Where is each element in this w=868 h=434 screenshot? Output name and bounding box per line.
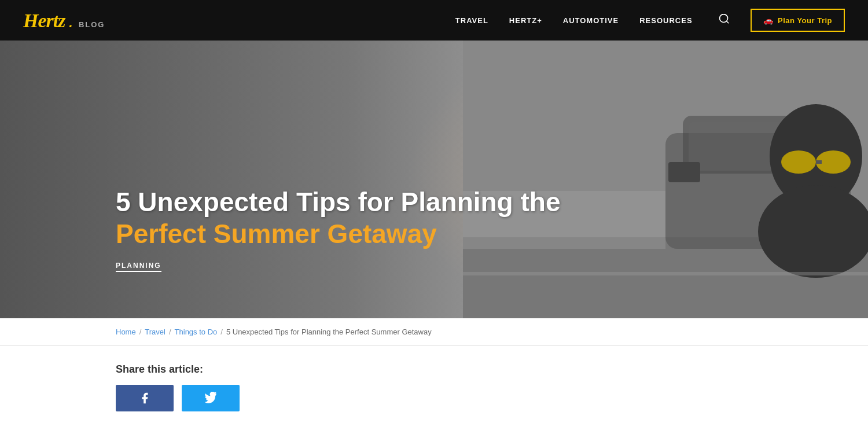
nav-travel[interactable]: TRAVEL	[455, 16, 488, 25]
hero-category-tag[interactable]: PLANNING	[116, 262, 161, 272]
twitter-icon	[204, 392, 217, 404]
hero-title-white: 5 Unexpected Tips for Planning the	[116, 186, 561, 218]
svg-point-7	[781, 150, 816, 174]
facebook-icon	[138, 392, 151, 404]
car-icon: 🚗	[763, 16, 774, 25]
hero-image	[463, 41, 868, 318]
breadcrumb-sep-1: /	[139, 328, 142, 336]
plan-trip-button[interactable]: 🚗 Plan Your Trip	[751, 9, 845, 32]
nav-hertz-plus[interactable]: HERTZ+	[509, 16, 542, 25]
breadcrumb: Home / Travel / Things to Do / 5 Unexpec…	[116, 328, 752, 336]
nav-automotive[interactable]: AUTOMOTIVE	[563, 16, 619, 25]
share-title: Share this article:	[116, 363, 752, 376]
logo-hertz-text: Hertz	[23, 10, 65, 32]
hero-content: 5 Unexpected Tips for Planning the Perfe…	[116, 186, 561, 272]
main-nav: TRAVEL HERTZ+ AUTOMOTIVE RESOURCES 🚗 Pla…	[455, 9, 845, 32]
logo[interactable]: Hertz. BLOG	[23, 9, 105, 32]
share-buttons	[116, 385, 752, 411]
site-header: Hertz. BLOG TRAVEL HERTZ+ AUTOMOTIVE RES…	[0, 0, 868, 41]
content-area: Share this article:	[0, 346, 868, 434]
search-icon[interactable]	[719, 14, 730, 27]
hero-title-yellow: Perfect Summer Getaway	[116, 218, 561, 250]
share-facebook-button[interactable]	[116, 385, 174, 411]
breadcrumb-sep-3: /	[220, 328, 223, 336]
logo-blog-text: BLOG	[79, 20, 105, 29]
breadcrumb-travel[interactable]: Travel	[145, 328, 165, 336]
share-twitter-button[interactable]	[182, 385, 240, 411]
svg-rect-9	[816, 160, 822, 164]
breadcrumb-bar: Home / Travel / Things to Do / 5 Unexpec…	[0, 318, 868, 346]
breadcrumb-home[interactable]: Home	[116, 328, 136, 336]
hero-section: 5 Unexpected Tips for Planning the Perfe…	[0, 41, 868, 318]
breadcrumb-sep-2: /	[169, 328, 171, 336]
nav-resources[interactable]: RESOURCES	[639, 16, 692, 25]
svg-rect-11	[463, 272, 868, 275]
logo-dot: .	[68, 9, 73, 32]
breadcrumb-things-to-do[interactable]: Things to Do	[175, 328, 218, 336]
svg-rect-5	[668, 162, 700, 182]
breadcrumb-current: 5 Unexpected Tips for Planning the Perfe…	[226, 328, 432, 336]
